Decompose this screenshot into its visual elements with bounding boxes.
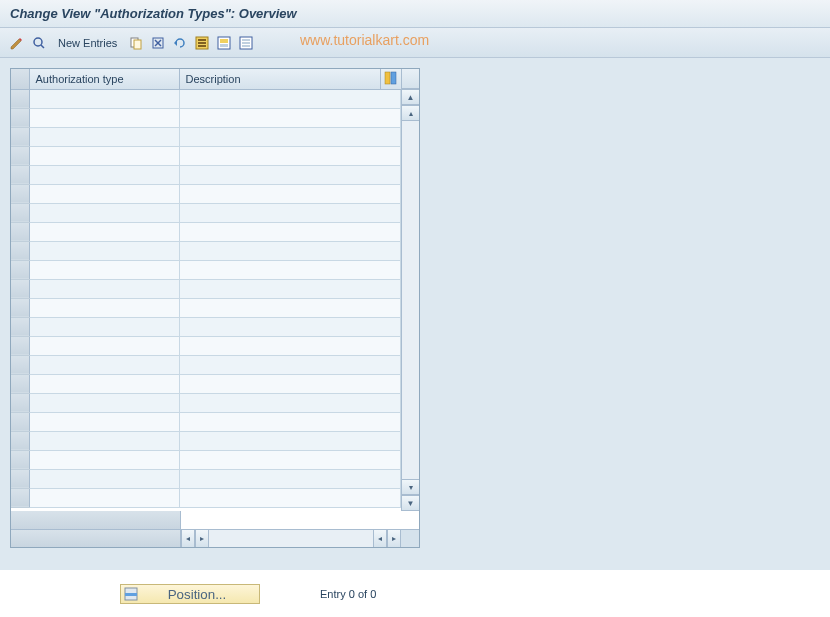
select-all-icon[interactable]	[193, 34, 211, 52]
cell-description[interactable]	[179, 393, 401, 412]
cell-auth-type[interactable]	[29, 222, 179, 241]
scroll-track[interactable]	[402, 121, 419, 479]
cell-description[interactable]	[179, 488, 401, 507]
row-selector[interactable]	[11, 165, 29, 184]
cell-auth-type[interactable]	[29, 317, 179, 336]
cell-auth-type[interactable]	[29, 450, 179, 469]
row-selector-last[interactable]	[11, 511, 181, 529]
row-selector[interactable]	[11, 127, 29, 146]
select-block-icon[interactable]	[215, 34, 233, 52]
details-icon[interactable]	[30, 34, 48, 52]
row-selector[interactable]	[11, 89, 29, 108]
row-selector[interactable]	[11, 469, 29, 488]
cell-description[interactable]	[179, 241, 401, 260]
horizontal-scrollbar[interactable]: ◂ ▸ ◂ ▸	[11, 529, 419, 547]
cell-auth-type[interactable]	[29, 469, 179, 488]
scroll-down-button[interactable]: ▼	[402, 495, 419, 511]
new-entries-button[interactable]: New Entries	[58, 37, 117, 49]
row-selector[interactable]	[11, 355, 29, 374]
cell-auth-type[interactable]	[29, 355, 179, 374]
svg-point-0	[34, 38, 42, 46]
column-header-auth-type[interactable]: Authorization type	[29, 69, 179, 89]
cell-auth-type[interactable]	[29, 279, 179, 298]
svg-rect-12	[220, 39, 228, 43]
cell-auth-type[interactable]	[29, 488, 179, 507]
svg-rect-8	[198, 39, 206, 41]
scroll-up-button[interactable]: ▲	[402, 89, 419, 105]
row-selector[interactable]	[11, 336, 29, 355]
row-selector[interactable]	[11, 241, 29, 260]
row-selector[interactable]	[11, 222, 29, 241]
cell-auth-type[interactable]	[29, 336, 179, 355]
row-selector[interactable]	[11, 279, 29, 298]
cell-auth-type[interactable]	[29, 108, 179, 127]
cell-description[interactable]	[179, 165, 401, 184]
table-config-button[interactable]	[381, 69, 401, 89]
row-selector[interactable]	[11, 108, 29, 127]
row-selector[interactable]	[11, 317, 29, 336]
deselect-all-icon[interactable]	[237, 34, 255, 52]
cell-description[interactable]	[179, 450, 401, 469]
scroll-left-button[interactable]: ▸	[195, 530, 209, 547]
toggle-display-change-icon[interactable]	[8, 34, 26, 52]
cell-description[interactable]	[179, 374, 401, 393]
cell-description[interactable]	[179, 298, 401, 317]
cell-description[interactable]	[179, 184, 401, 203]
cell-description[interactable]	[179, 336, 401, 355]
row-selector[interactable]	[11, 431, 29, 450]
cell-description[interactable]	[179, 146, 401, 165]
cell-auth-type[interactable]	[29, 203, 179, 222]
cell-description[interactable]	[179, 203, 401, 222]
cell-auth-type[interactable]	[29, 260, 179, 279]
svg-rect-21	[125, 593, 137, 596]
cell-auth-type[interactable]	[29, 89, 179, 108]
svg-rect-16	[242, 42, 250, 44]
row-selector[interactable]	[11, 412, 29, 431]
row-selector[interactable]	[11, 184, 29, 203]
row-selector[interactable]	[11, 450, 29, 469]
cell-auth-type[interactable]	[29, 374, 179, 393]
cell-description[interactable]	[179, 412, 401, 431]
cell-auth-type[interactable]	[29, 146, 179, 165]
column-header-description[interactable]: Description	[179, 69, 381, 89]
cell-description[interactable]	[179, 222, 401, 241]
cell-description[interactable]	[179, 431, 401, 450]
row-selector[interactable]	[11, 203, 29, 222]
position-button[interactable]: Position...	[120, 584, 260, 604]
undo-icon[interactable]	[171, 34, 189, 52]
scroll-line-up-button[interactable]: ▴	[402, 105, 419, 121]
row-selector-header[interactable]	[11, 69, 29, 89]
scroll-line-down-button[interactable]: ▾	[402, 479, 419, 495]
vertical-scrollbar[interactable]: ▲ ▴ ▾ ▼	[401, 69, 419, 511]
cell-auth-type[interactable]	[29, 412, 179, 431]
copy-icon[interactable]	[127, 34, 145, 52]
svg-rect-13	[220, 44, 228, 47]
cell-description[interactable]	[179, 127, 401, 146]
cell-auth-type[interactable]	[29, 241, 179, 260]
scroll-first-button[interactable]: ◂	[181, 530, 195, 547]
cell-description[interactable]	[179, 469, 401, 488]
row-selector[interactable]	[11, 260, 29, 279]
delete-icon[interactable]	[149, 34, 167, 52]
cell-auth-type[interactable]	[29, 431, 179, 450]
cell-auth-type[interactable]	[29, 165, 179, 184]
cell-description[interactable]	[179, 355, 401, 374]
scroll-last-button[interactable]: ▸	[387, 530, 401, 547]
scroll-right-button[interactable]: ◂	[373, 530, 387, 547]
svg-rect-15	[242, 39, 250, 41]
cell-description[interactable]	[179, 108, 401, 127]
cell-auth-type[interactable]	[29, 127, 179, 146]
cell-auth-type[interactable]	[29, 184, 179, 203]
cell-auth-type[interactable]	[29, 298, 179, 317]
cell-auth-type[interactable]	[29, 393, 179, 412]
cell-description[interactable]	[179, 279, 401, 298]
row-selector[interactable]	[11, 393, 29, 412]
row-selector[interactable]	[11, 488, 29, 507]
row-selector[interactable]	[11, 374, 29, 393]
cell-description[interactable]	[179, 89, 401, 108]
cell-description[interactable]	[179, 260, 401, 279]
cell-description[interactable]	[179, 317, 401, 336]
row-selector[interactable]	[11, 146, 29, 165]
entry-count-text: Entry 0 of 0	[320, 588, 376, 600]
row-selector[interactable]	[11, 298, 29, 317]
